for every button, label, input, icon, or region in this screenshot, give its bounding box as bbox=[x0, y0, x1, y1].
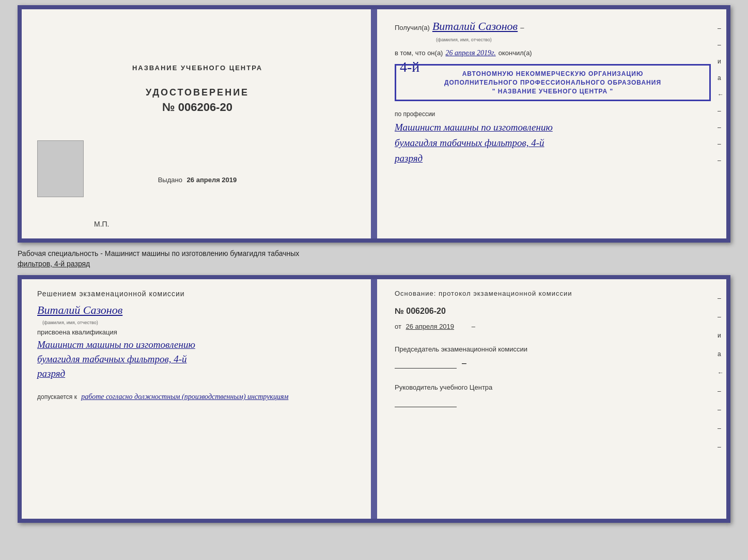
from-prefix: от bbox=[395, 323, 401, 330]
vtom-prefix: в том, что он(а) bbox=[395, 49, 443, 57]
recipient-line: Получил(а) Виталий Сазонов – bbox=[395, 20, 711, 33]
vtom-date: 26 апреля 2019г. bbox=[445, 49, 495, 57]
cert-number: № 006206-20 bbox=[162, 101, 232, 114]
chair-signature-line bbox=[395, 361, 457, 369]
vtom-line: в том, что он(а) 26 апреля 2019г. окончи… bbox=[395, 49, 711, 57]
mp-label: М.П. bbox=[94, 220, 110, 228]
recipient-prefix: Получил(а) bbox=[395, 24, 430, 31]
from-date-value: 26 апреля 2019 bbox=[406, 323, 455, 330]
separator-line1: Рабочая специальность - Машинист машины … bbox=[18, 249, 730, 259]
issued-line: Выдано 26 апреля 2019 bbox=[158, 176, 237, 184]
protocol-number: № 006206-20 bbox=[395, 307, 711, 316]
head-signature-line bbox=[395, 399, 457, 407]
stamp-block: АВТОНОМНУЮ НЕКОММЕРЧЕСКУЮ ОРГАНИЗАЦИЮ ДО… bbox=[395, 64, 711, 101]
qual-line1: Машинист машины по изготовлению bbox=[37, 339, 357, 350]
chair-label: Председатель экзаменационной комиссии bbox=[395, 345, 711, 354]
recipient-subtitle: (фамилия, имя, отчество) bbox=[436, 37, 711, 42]
doc-spine-bottom bbox=[371, 279, 377, 519]
head-label: Руководитель учебного Центра bbox=[395, 383, 711, 392]
top-right-page: – – и а ← – – – – Получил(а) Виталий Саз… bbox=[374, 9, 726, 238]
bottom-person-name: Виталий Сазонов bbox=[37, 303, 357, 317]
separator-text: Рабочая специальность - Машинист машины … bbox=[18, 247, 730, 271]
profession-label: по профессии bbox=[395, 110, 711, 118]
photo-placeholder bbox=[37, 140, 84, 197]
basis-label: Основание: протокол экзаменационной коми… bbox=[395, 290, 711, 297]
separator-line2: фильтров, 4-й разряд bbox=[18, 259, 730, 269]
top-document: НАЗВАНИЕ УЧЕБНОГО ЦЕНТРА УДОСТОВЕРЕНИЕ №… bbox=[18, 5, 730, 243]
vtom-suffix: окончил(а) bbox=[498, 49, 532, 57]
right-margin-marks-top: – – и а ← – – – – bbox=[718, 25, 724, 164]
chair-signature-area: – bbox=[395, 358, 711, 369]
work-text: работе согласно должностным (производств… bbox=[81, 393, 288, 401]
work-prefix: допускается к bbox=[37, 393, 77, 401]
recipient-name: Виталий Сазонов bbox=[432, 20, 518, 33]
cert-label: УДОСТОВЕРЕНИЕ bbox=[146, 87, 249, 98]
page-wrapper: НАЗВАНИЕ УЧЕБНОГО ЦЕНТРА УДОСТОВЕРЕНИЕ №… bbox=[0, 0, 748, 560]
issued-prefix: Выдано bbox=[158, 176, 182, 184]
profession-line2: бумагидля табачных фильтров, 4-й bbox=[395, 137, 711, 149]
recipient-dash: – bbox=[520, 24, 524, 31]
bottom-document: Решением экзаменационной комиссии Витали… bbox=[18, 275, 730, 523]
doc-spine bbox=[371, 9, 377, 238]
qual-line2: бумагидля табачных фильтров, 4-й bbox=[37, 354, 357, 365]
from-date: от 26 апреля 2019 – bbox=[395, 323, 711, 330]
separator-line2-underline: фильтров, 4-й разряд bbox=[18, 260, 90, 268]
bottom-left-page: Решением экзаменационной комиссии Витали… bbox=[22, 279, 374, 519]
profession-line3: разряд bbox=[395, 153, 711, 164]
bottom-right-page: – – и а ← – – – – Основание: протокол эк… bbox=[374, 279, 726, 519]
top-left-page: НАЗВАНИЕ УЧЕБНОГО ЦЕНТРА УДОСТОВЕРЕНИЕ №… bbox=[22, 9, 374, 238]
stamp-line3: " НАЗВАНИЕ УЧЕБНОГО ЦЕНТРА " bbox=[402, 87, 703, 96]
decision-title: Решением экзаменационной комиссии bbox=[37, 290, 357, 298]
bottom-person-subtitle: (фамилия, имя, отчество) bbox=[42, 320, 357, 325]
profession-line1: Машинист машины по изготовлению bbox=[395, 122, 711, 133]
qual-label: присвоена квалификация bbox=[37, 328, 357, 336]
training-center-title: НАЗВАНИЕ УЧЕБНОГО ЦЕНТРА bbox=[132, 64, 262, 72]
qual-line3: разряд bbox=[37, 368, 357, 379]
head-signature-area bbox=[395, 397, 711, 407]
stamp-line2: ДОПОЛНИТЕЛЬНОГО ПРОФЕССИОНАЛЬНОГО ОБРАЗО… bbox=[402, 78, 703, 87]
right-margin-marks-bottom: – – и а ← – – – – bbox=[718, 295, 724, 451]
stamp-line1: АВТОНОМНУЮ НЕКОММЕРЧЕСКУЮ ОРГАНИЗАЦИЮ bbox=[402, 70, 703, 78]
stamp-container: 4-й АВТОНОМНУЮ НЕКОММЕРЧЕСКУЮ ОРГАНИЗАЦИ… bbox=[395, 61, 711, 104]
work-permission: допускается к работе согласно должностны… bbox=[37, 393, 357, 401]
issued-date: 26 апреля 2019 bbox=[187, 176, 237, 184]
